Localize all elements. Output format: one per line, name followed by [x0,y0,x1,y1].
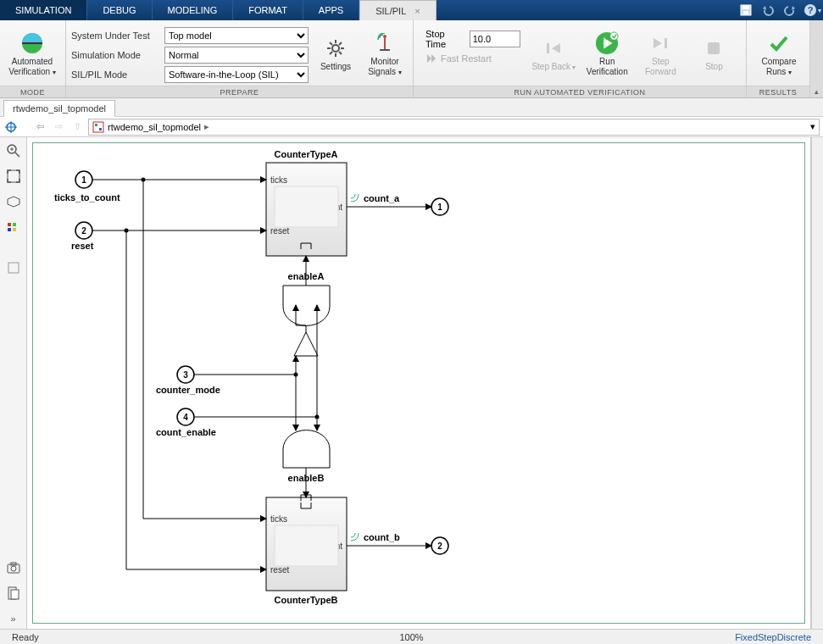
screenshot-icon[interactable] [3,558,24,578]
fit-to-view-icon[interactable] [3,166,24,186]
block-counter-type-b[interactable]: CounterTypeB ticks reset count [266,495,347,605]
svg-rect-52 [275,186,338,227]
svg-text:reset: reset [270,226,289,236]
simulation-mode-row: Simulation Mode Normal [71,45,309,64]
fast-restart-label: Fast Restart [441,53,492,64]
sample-time-icon[interactable] [3,217,24,237]
svg-rect-6 [22,42,42,44]
svg-text:CounterTypeB: CounterTypeB [275,595,338,605]
svg-rect-27 [93,122,103,132]
tab-apps[interactable]: APPS [303,0,359,20]
svg-text:count_a: count_a [364,193,400,203]
save-icon[interactable] [735,0,757,20]
block-counter-type-a[interactable]: CounterTypeA ticks reset count [266,149,347,256]
step-forward-button[interactable]: StepForward [634,24,687,85]
svg-text:3: 3 [183,370,188,380]
svg-text:2: 2 [81,226,86,236]
svg-point-7 [332,45,339,52]
silpil-mode-row: SIL/PIL Mode Software-in-the-Loop (SIL) [71,65,309,85]
breadcrumb-model: rtwdemo_sil_topmodel [108,122,201,132]
settings-button[interactable]: Settings [315,24,356,85]
svg-rect-28 [95,124,97,126]
play-icon [595,31,619,55]
simmode-select[interactable]: Normal [164,47,309,64]
main-area: » CounterTypeA ticks reset [0,137,823,629]
stop-button[interactable]: Stop [687,24,741,85]
signal-logging-icon-b [351,533,359,541]
ts-prepare-group: System Under Test Top model Simulation M… [66,20,414,97]
close-icon[interactable]: × [414,6,420,16]
monitor-signals-label: MonitorSignals ▾ [368,57,402,77]
svg-text:ticks: ticks [270,175,287,185]
stop-time-input[interactable] [470,31,520,47]
svg-text:count_enable: count_enable [156,427,216,437]
undo-icon[interactable] [757,0,779,20]
run-verification-button[interactable]: RunVerification [581,24,634,85]
mode-group-label: MODE [0,86,65,97]
inport-3[interactable]: 3 counter_mode [156,366,220,395]
outport-2[interactable]: 2 [431,537,448,554]
svg-text:?: ? [807,5,813,15]
automated-verification-label: AutomatedVerification ▾ [8,57,56,77]
automated-verification-button[interactable]: AutomatedVerification ▾ [5,24,59,85]
nav-back-icon[interactable]: ⇦ [32,119,47,135]
svg-text:reset: reset [71,241,94,251]
svg-rect-37 [8,223,11,226]
toolstrip-collapse[interactable]: ▴ [809,20,823,97]
model-tab[interactable]: rtwdemo_sil_topmodel [3,100,115,117]
tab-modeling[interactable]: MODELING [153,0,234,20]
inport-1[interactable]: 1 ticks_to_count [54,171,120,203]
compare-runs-label: CompareRuns ▾ [761,57,796,77]
model-icon [92,121,104,133]
block-not[interactable] [294,332,318,356]
svg-rect-39 [8,228,11,231]
step-back-button[interactable]: Step Back [527,24,581,85]
svg-point-43 [11,566,16,571]
inport-4[interactable]: 4 count_enable [156,408,216,437]
zoom-tool-icon[interactable] [3,141,24,161]
annotation-icon[interactable] [3,258,24,278]
nav-forward-icon[interactable]: ⇨ [51,119,66,135]
step-back-icon [542,36,565,60]
tab-debug[interactable]: DEBUG [87,0,152,20]
step-forward-icon [648,31,672,55]
silpil-select[interactable]: Software-in-the-Loop (SIL) [164,66,309,83]
ts-mode-group: AutomatedVerification ▾ MODE [0,20,66,97]
svg-text:ticks: ticks [270,514,287,524]
sut-select[interactable]: Top model [164,27,309,44]
tab-format[interactable]: FORMAT [233,0,303,20]
monitor-signals-button[interactable]: MonitorSignals ▾ [363,24,407,85]
svg-rect-29 [99,128,102,130]
redo-icon[interactable] [779,0,801,20]
vertical-scrollbar[interactable] [811,137,823,629]
tab-sil-pil[interactable]: SIL/PIL × [359,0,437,20]
inport-2[interactable]: 2 reset [71,222,94,251]
ts-results-group: CompareRuns ▾ RESULTS [747,20,809,97]
svg-point-17 [383,35,386,38]
canvas[interactable]: CounterTypeA ticks reset count CounterTy… [32,142,805,624]
svg-rect-23 [708,42,720,54]
nav-up-icon[interactable]: ⇧ [70,119,85,135]
compare-runs-button[interactable]: CompareRuns ▾ [752,24,806,85]
prepare-group-label: PREPARE [66,86,413,97]
explorer-bar: ⇦ ⇨ ⇧ rtwdemo_sil_topmodel ▾ [0,117,823,137]
run-group-label: RUN AUTOMATED VERIFICATION [414,86,746,97]
status-solver[interactable]: FixedStepDiscrete [728,632,818,642]
outport-1[interactable]: 1 [431,198,448,215]
step-back-label: Step Back [531,62,576,72]
ts-run-group: Stop Time Fast Restart Step Back RunVer [414,20,747,97]
breadcrumb[interactable]: rtwdemo_sil_topmodel ▾ [88,119,820,136]
model-browser-icon[interactable] [3,119,19,135]
svg-rect-40 [13,228,16,231]
breadcrumb-dropdown-icon[interactable]: ▾ [810,121,815,132]
help-icon[interactable]: ? ▾ [801,0,823,20]
fast-restart-button[interactable]: Fast Restart [425,53,520,64]
status-zoom[interactable]: 100% [392,632,430,642]
report-icon[interactable] [3,583,24,603]
tab-simulation[interactable]: SIMULATION [0,0,87,20]
palette: » [0,137,27,629]
toggle-perspective-icon[interactable] [3,192,24,212]
svg-rect-2 [743,11,748,14]
svg-line-12 [330,42,332,45]
expand-icon[interactable]: » [3,608,24,629]
